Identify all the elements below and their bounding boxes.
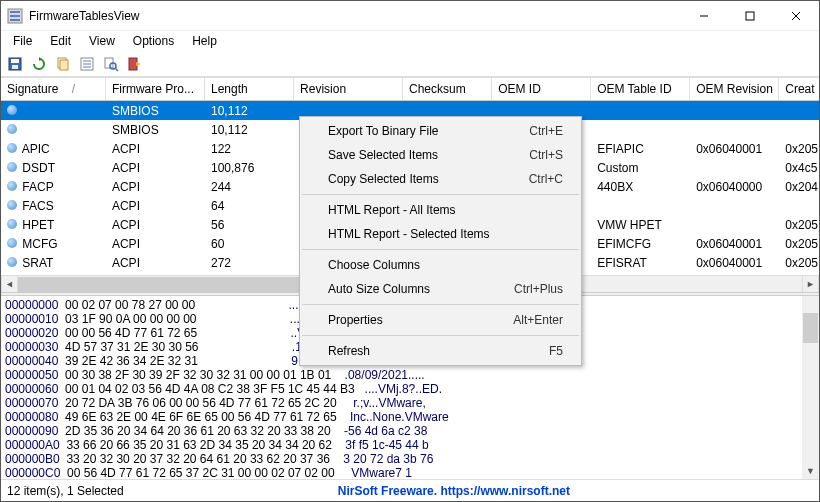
context-menu-item[interactable]: HTML Report - All Items	[300, 198, 581, 222]
scroll-left-button[interactable]: ◄	[1, 276, 18, 293]
col-creator[interactable]: Creat	[779, 78, 819, 100]
svg-rect-1	[10, 11, 20, 13]
col-length[interactable]: Length	[205, 78, 294, 100]
context-menu-item[interactable]: PropertiesAlt+Enter	[300, 308, 581, 332]
col-checksum[interactable]: Checksum	[403, 78, 492, 100]
col-oem-revision[interactable]: OEM Revision	[690, 78, 779, 100]
context-menu-item[interactable]: Save Selected ItemsCtrl+S	[300, 143, 581, 167]
menu-separator	[302, 249, 579, 250]
svg-rect-9	[11, 59, 19, 63]
menu-separator	[302, 304, 579, 305]
svg-rect-12	[60, 60, 68, 70]
menu-edit[interactable]: Edit	[42, 32, 79, 50]
svg-rect-2	[10, 15, 20, 17]
save-icon[interactable]	[5, 54, 25, 74]
row-icon	[7, 219, 17, 229]
svg-rect-10	[12, 65, 18, 69]
context-menu-item[interactable]: Export To Binary FileCtrl+E	[300, 119, 581, 143]
menu-separator	[302, 194, 579, 195]
app-icon	[7, 8, 23, 24]
row-icon	[7, 200, 17, 210]
menu-file[interactable]: File	[5, 32, 40, 50]
col-signature[interactable]: Signature /	[1, 78, 106, 100]
context-menu-item[interactable]: Copy Selected ItemsCtrl+C	[300, 167, 581, 191]
svg-rect-20	[129, 58, 137, 70]
svg-line-19	[115, 68, 118, 71]
vertical-scrollbar[interactable]: ▲ ▼	[802, 296, 819, 479]
copy-icon[interactable]	[53, 54, 73, 74]
svg-rect-3	[10, 19, 20, 21]
row-icon	[7, 162, 17, 172]
status-link[interactable]: NirSoft Freeware. https://www.nirsoft.ne…	[338, 484, 570, 498]
svg-rect-5	[746, 12, 754, 20]
row-icon	[7, 124, 17, 134]
row-icon	[7, 181, 17, 191]
menu-view[interactable]: View	[81, 32, 123, 50]
scroll-down-button[interactable]: ▼	[802, 462, 819, 479]
context-menu-item[interactable]: RefreshF5	[300, 339, 581, 363]
menu-separator	[302, 335, 579, 336]
status-item-count: 12 item(s), 1 Selected	[7, 484, 124, 498]
refresh-icon[interactable]	[29, 54, 49, 74]
toolbar	[1, 51, 819, 77]
row-icon	[7, 143, 17, 153]
menu-help[interactable]: Help	[184, 32, 225, 50]
col-oem-id[interactable]: OEM ID	[492, 78, 591, 100]
exit-icon[interactable]	[125, 54, 145, 74]
menu-bar: File Edit View Options Help	[1, 31, 819, 51]
context-menu-item[interactable]: Choose Columns	[300, 253, 581, 277]
row-icon	[7, 238, 17, 248]
menu-options[interactable]: Options	[125, 32, 182, 50]
vscroll-thumb[interactable]	[803, 313, 818, 343]
title-bar: FirmwareTablesView	[1, 1, 819, 31]
find-icon[interactable]	[101, 54, 121, 74]
context-menu-item[interactable]: HTML Report - Selected Items	[300, 222, 581, 246]
window-title: FirmwareTablesView	[29, 9, 139, 23]
col-oem-table-id[interactable]: OEM Table ID	[591, 78, 690, 100]
minimize-button[interactable]	[681, 1, 727, 31]
status-bar: 12 item(s), 1 Selected NirSoft Freeware.…	[1, 479, 819, 501]
context-menu: Export To Binary FileCtrl+ESave Selected…	[299, 116, 582, 366]
row-icon	[7, 105, 17, 115]
close-button[interactable]	[773, 1, 819, 31]
col-firmware-provider[interactable]: Firmware Pro...	[106, 78, 205, 100]
row-icon	[7, 257, 17, 267]
table-header: Signature / Firmware Pro... Length Revis…	[1, 77, 819, 101]
maximize-button[interactable]	[727, 1, 773, 31]
properties-icon[interactable]	[77, 54, 97, 74]
col-revision[interactable]: Revision	[294, 78, 403, 100]
context-menu-item[interactable]: Auto Size ColumnsCtrl+Plus	[300, 277, 581, 301]
scroll-right-button[interactable]: ►	[802, 276, 819, 293]
